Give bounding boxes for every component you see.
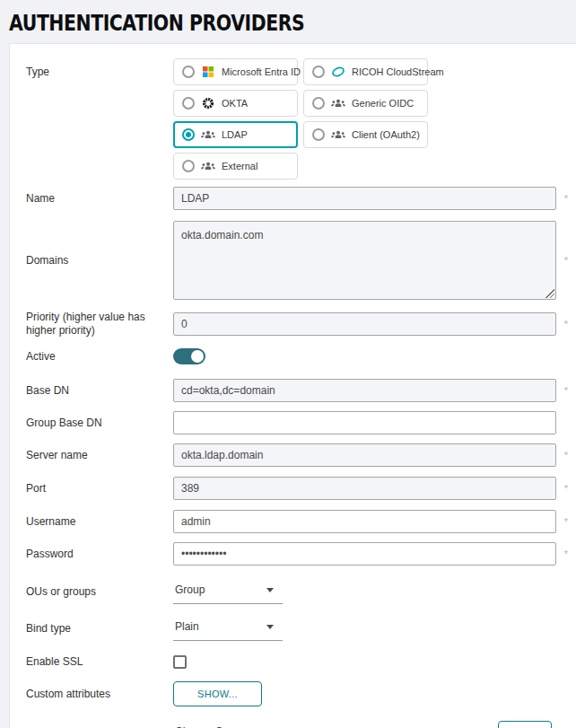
type-option-generic-oidc[interactable]: Generic OIDC <box>303 90 428 117</box>
server-name-input[interactable] <box>173 443 556 467</box>
type-option-label: RICOH CloudStream <box>352 66 444 77</box>
domains-label: Domains <box>26 254 173 268</box>
page-title: AUTHENTICATION PROVIDERS <box>9 11 304 36</box>
microsoft-logo-icon <box>201 66 215 77</box>
type-option-ldap[interactable]: LDAP <box>173 121 298 148</box>
form-row-priority: Priority (higher value has higher priori… <box>26 311 556 338</box>
required-marker: * <box>564 516 568 527</box>
required-marker: * <box>564 255 568 266</box>
required-marker: * <box>564 385 568 396</box>
form-row-bind-type: Bind type Plain <box>26 617 556 641</box>
username-label: Username <box>26 515 173 529</box>
group-icon <box>201 161 215 171</box>
group-icon <box>331 129 345 140</box>
required-marker: * <box>564 450 568 460</box>
bind-type-select[interactable]: Plain <box>173 617 283 641</box>
form-row-active: Active <box>26 348 556 364</box>
required-marker: * <box>564 193 568 204</box>
type-option-okta[interactable]: OKTA <box>173 90 298 117</box>
type-label: Type <box>26 58 173 79</box>
password-input[interactable] <box>173 542 556 566</box>
service-select[interactable]: Choose One <box>173 722 493 728</box>
form-row-username: Username * <box>26 510 556 533</box>
bind-type-label: Bind type <box>26 622 173 636</box>
authentication-provider-form: Type Microsoft Entra ID RICOH CloudStrea… <box>9 43 576 728</box>
okta-logo-icon <box>201 97 215 110</box>
bind-type-value: Plain <box>175 620 199 633</box>
form-row-ous-or-groups: OUs or groups Group <box>26 580 556 604</box>
chevron-down-icon <box>266 588 274 592</box>
priority-label: Priority (higher value has higher priori… <box>26 311 173 338</box>
type-option-label: Generic OIDC <box>352 98 414 109</box>
add-new-service-button[interactable]: ADD NEW <box>498 721 552 728</box>
enable-ssl-label: Enable SSL <box>26 655 173 669</box>
active-toggle[interactable] <box>173 348 205 364</box>
group-base-dn-input[interactable] <box>173 411 556 434</box>
form-row-name: Name * <box>26 187 556 210</box>
form-row-enable-ssl: Enable SSL <box>26 655 556 669</box>
radio-checked-icon <box>182 128 195 141</box>
form-row-service: Service Choose One ADD NEW <box>26 721 556 728</box>
form-row-server-name: Server name * <box>26 443 556 467</box>
base-dn-label: Base DN <box>26 384 173 398</box>
username-input[interactable] <box>173 510 556 533</box>
ous-or-groups-label: OUs or groups <box>26 585 173 599</box>
group-icon <box>201 129 215 140</box>
name-label: Name <box>26 192 173 206</box>
required-marker: * <box>564 483 568 494</box>
type-option-label: External <box>222 161 257 171</box>
server-name-label: Server name <box>26 449 173 462</box>
radio-icon <box>312 97 325 110</box>
active-label: Active <box>26 350 173 364</box>
required-marker: * <box>564 319 568 329</box>
group-icon <box>331 98 345 109</box>
priority-input[interactable] <box>173 312 556 336</box>
domains-textarea[interactable]: okta.domain.com <box>173 221 556 300</box>
form-row-custom-attributes: Custom attributes SHOW... <box>26 681 556 706</box>
form-row-port: Port * <box>26 477 556 500</box>
type-option-label: OKTA <box>222 98 248 109</box>
name-input[interactable] <box>173 187 556 210</box>
port-input[interactable] <box>173 477 556 500</box>
type-option-label: Client (OAuth2) <box>352 129 420 140</box>
radio-icon <box>312 66 325 78</box>
type-options: Microsoft Entra ID RICOH CloudStream OKT… <box>173 58 556 180</box>
ous-or-groups-select[interactable]: Group <box>173 580 283 604</box>
chevron-down-icon <box>266 625 274 629</box>
resize-handle-icon[interactable] <box>545 289 554 298</box>
type-option-external[interactable]: External <box>173 153 298 180</box>
radio-icon <box>182 160 195 172</box>
show-custom-attributes-button[interactable]: SHOW... <box>173 681 262 706</box>
type-option-microsoft-entra-id[interactable]: Microsoft Entra ID <box>173 58 298 85</box>
type-option-label: Microsoft Entra ID <box>222 66 301 77</box>
custom-attributes-label: Custom attributes <box>26 688 173 701</box>
form-row-base-dn: Base DN * <box>26 379 556 402</box>
radio-icon <box>182 97 195 110</box>
form-row-domains: Domains okta.domain.com * <box>26 221 556 300</box>
toggle-knob <box>191 350 204 363</box>
radio-icon <box>182 66 195 78</box>
type-option-client-oauth2[interactable]: Client (OAuth2) <box>303 121 428 148</box>
ous-or-groups-value: Group <box>175 583 205 596</box>
form-row-type: Type Microsoft Entra ID RICOH CloudStrea… <box>26 58 556 180</box>
required-marker: * <box>564 548 568 559</box>
base-dn-input[interactable] <box>173 379 556 402</box>
type-option-ricoh-cloudstream[interactable]: RICOH CloudStream <box>303 58 428 85</box>
ricoh-cloudstream-logo-icon <box>331 66 345 78</box>
port-label: Port <box>26 482 173 496</box>
radio-icon <box>312 128 325 141</box>
password-label: Password <box>26 548 173 561</box>
type-option-label: LDAP <box>222 129 248 140</box>
enable-ssl-checkbox[interactable] <box>173 655 187 669</box>
group-base-dn-label: Group Base DN <box>26 417 173 430</box>
form-row-group-base-dn: Group Base DN <box>26 411 556 434</box>
form-row-password: Password * <box>26 542 556 566</box>
